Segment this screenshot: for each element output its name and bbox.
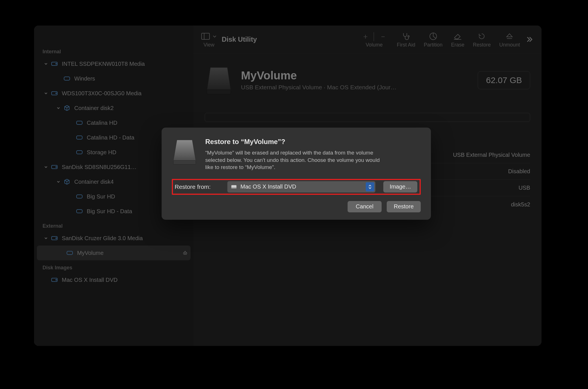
volume-icon — [75, 209, 84, 214]
toolbar-volume-label: Volume — [366, 42, 383, 48]
sidebar-item[interactable]: Container disk2 — [34, 101, 193, 115]
svg-point-1 — [56, 64, 57, 64]
container-icon — [62, 179, 71, 185]
toolbar-restore[interactable]: Restore — [473, 31, 491, 48]
toolbar-first-aid[interactable]: First Aid — [397, 31, 415, 48]
usage-bar — [205, 113, 530, 122]
sidebar-section-label: Disk Images — [34, 260, 193, 272]
volume-icon — [75, 120, 84, 125]
stethoscope-icon — [402, 32, 410, 40]
toolbar-unmount[interactable]: Unmount — [499, 31, 520, 48]
toolbar-erase[interactable]: Erase — [451, 31, 464, 48]
disclosure-caret-icon — [42, 236, 50, 240]
disclosure-caret-icon — [42, 91, 50, 95]
toolbar-unmount-label: Unmount — [499, 42, 520, 48]
svg-point-4 — [56, 93, 57, 94]
sidebar-toggle-icon — [201, 33, 210, 40]
volume-icon — [65, 250, 74, 255]
toolbar-restore-label: Restore — [473, 42, 491, 48]
sidebar-item-label: INTEL SSDPEKNW010T8 Media — [62, 61, 145, 67]
volume-name: MyVolume — [241, 70, 397, 81]
svg-rect-24 — [207, 90, 231, 94]
sidebar-item-label: Winders — [74, 75, 95, 82]
restore-source-select[interactable]: Mac OS X Install DVD — [227, 181, 375, 193]
volume-icon — [62, 76, 71, 81]
cancel-button[interactable]: Cancel — [348, 201, 382, 212]
disclosure-caret-icon — [54, 180, 62, 184]
dialog-title: Restore to “MyVolume”? — [205, 138, 387, 146]
select-stepper-icon — [366, 182, 374, 191]
image-button[interactable]: Image… — [383, 181, 417, 193]
svg-rect-6 — [77, 136, 82, 139]
sidebar-item-label: Container disk4 — [74, 179, 114, 185]
sidebar-item[interactable]: SanDisk Cruzer Glide 3.0 Media — [34, 231, 193, 246]
minus-icon: － — [379, 31, 387, 41]
restore-dialog: Restore to “MyVolume”? “MyVolume” will b… — [162, 128, 431, 220]
disk-icon — [50, 277, 59, 283]
svg-point-17 — [56, 280, 57, 280]
svg-rect-27 — [231, 187, 236, 189]
sidebar-item-label: SanDisk SD8SN8U256G11… — [62, 164, 136, 170]
sidebar-section-label: External — [34, 219, 193, 231]
svg-rect-18 — [202, 33, 210, 39]
sidebar-item[interactable]: Winders — [34, 71, 193, 86]
volume-icon — [75, 150, 84, 155]
toolbar-partition[interactable]: Partition — [424, 31, 443, 48]
container-icon — [62, 105, 71, 111]
eject-icon — [505, 32, 513, 40]
svg-rect-2 — [64, 77, 70, 80]
svg-rect-7 — [77, 151, 82, 154]
toolbar-first-aid-label: First Aid — [397, 42, 415, 48]
svg-rect-25 — [173, 160, 196, 164]
external-drive-icon — [205, 65, 233, 96]
eject-icon[interactable] — [183, 250, 188, 255]
sidebar-item-label: MyVolume — [77, 250, 103, 256]
sidebar-item-label: WDS100T3X0C-00SJG0 Media — [62, 90, 141, 97]
volume-header: MyVolume USB External Physical Volume · … — [193, 53, 542, 96]
sidebar-item-label: Storage HD — [87, 149, 117, 156]
disclosure-caret-icon — [42, 62, 50, 66]
sidebar-item-label: Container disk2 — [74, 105, 114, 111]
disclosure-caret-icon — [54, 106, 62, 110]
toolbar-overflow[interactable] — [526, 35, 534, 43]
volume-icon — [231, 184, 237, 190]
detail-value: Disabled — [508, 168, 530, 175]
restore-source-value: Mac OS X Install DVD — [240, 183, 296, 190]
sidebar-item[interactable]: WDS100T3X0C-00SJG0 Media — [34, 86, 193, 101]
pie-icon — [429, 32, 437, 40]
toolbar-partition-label: Partition — [424, 42, 443, 48]
disk-icon — [50, 235, 59, 241]
restore-icon — [478, 32, 486, 40]
detail-value: USB External Physical Volume — [453, 152, 530, 158]
sidebar-item[interactable]: INTEL SSDPEKNW010T8 Media — [34, 56, 193, 71]
toolbar-view[interactable]: View — [201, 31, 217, 48]
sidebar-item[interactable]: MyVolume — [37, 246, 191, 260]
detail-value: disk5s2 — [511, 201, 530, 208]
volume-icon — [75, 135, 84, 140]
svg-point-20 — [408, 36, 409, 37]
disk-icon — [50, 90, 59, 96]
restore-from-label: Restore from: — [175, 183, 223, 190]
toolbar: View Disk Utility ＋ │ － Volume First Aid — [193, 26, 542, 53]
dialog-text: “MyVolume” will be erased and replaced w… — [205, 149, 387, 171]
sidebar-item-label: Big Sur HD - Data — [87, 208, 132, 215]
restore-button[interactable]: Restore — [387, 201, 421, 212]
sidebar-item-label: Big Sur HD — [87, 193, 115, 200]
disclosure-caret-icon — [42, 165, 50, 169]
external-drive-icon — [172, 138, 197, 166]
svg-rect-10 — [77, 195, 82, 198]
toolbar-view-label: View — [204, 42, 215, 48]
toolbar-erase-label: Erase — [451, 42, 464, 48]
sidebar-item[interactable]: Mac OS X Install DVD — [34, 272, 193, 287]
svg-rect-5 — [77, 121, 82, 124]
toolbar-volume[interactable]: ＋ │ － Volume — [362, 31, 387, 48]
sidebar-section-label: Internal — [34, 44, 193, 56]
disk-icon — [50, 164, 59, 170]
sidebar-item-label: SanDisk Cruzer Glide 3.0 Media — [62, 235, 143, 242]
detail-value: USB — [519, 185, 530, 191]
sidebar-item-label: Mac OS X Install DVD — [62, 277, 118, 283]
sidebar-item-label: Catalina HD — [87, 120, 117, 126]
app-title: Disk Utility — [222, 35, 257, 43]
chevron-down-icon — [213, 34, 217, 38]
svg-rect-11 — [77, 210, 82, 213]
